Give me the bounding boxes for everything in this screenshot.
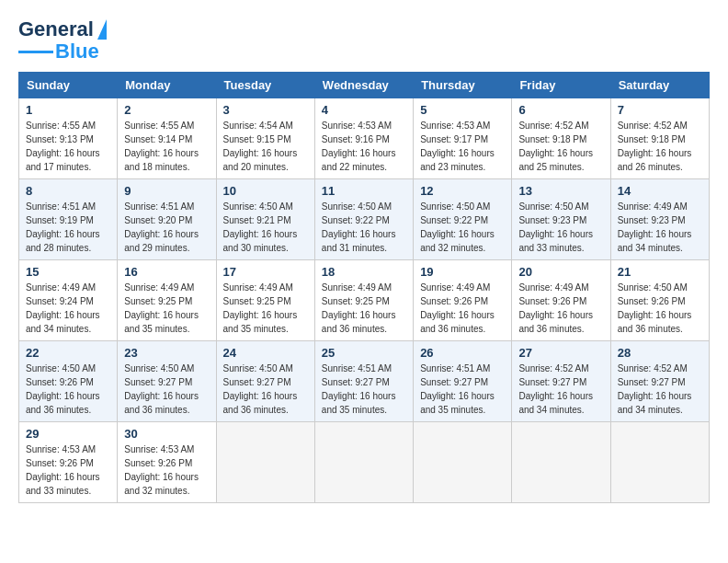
calendar-cell: 6 Sunrise: 4:52 AM Sunset: 9:18 PM Dayli… bbox=[512, 98, 610, 179]
daylight-label: Daylight: 16 hours and 18 minutes. bbox=[124, 148, 199, 172]
calendar-cell: 29 Sunrise: 4:53 AM Sunset: 9:26 PM Dayl… bbox=[19, 422, 118, 503]
calendar-cell: 30 Sunrise: 4:53 AM Sunset: 9:26 PM Dayl… bbox=[118, 422, 216, 503]
calendar-cell: 17 Sunrise: 4:49 AM Sunset: 9:25 PM Dayl… bbox=[216, 260, 314, 341]
day-info: Sunrise: 4:53 AM Sunset: 9:26 PM Dayligh… bbox=[124, 442, 209, 498]
calendar-cell: 4 Sunrise: 4:53 AM Sunset: 9:16 PM Dayli… bbox=[314, 98, 413, 179]
sunset-label: Sunset: 9:24 PM bbox=[26, 296, 94, 306]
day-number: 4 bbox=[322, 103, 406, 117]
sunset-label: Sunset: 9:22 PM bbox=[420, 215, 488, 225]
sunset-label: Sunset: 9:21 PM bbox=[223, 215, 291, 225]
sunset-label: Sunset: 9:14 PM bbox=[124, 134, 192, 144]
sunrise-label: Sunrise: 4:50 AM bbox=[223, 201, 293, 212]
day-info: Sunrise: 4:51 AM Sunset: 9:27 PM Dayligh… bbox=[420, 362, 505, 417]
day-info: Sunrise: 4:51 AM Sunset: 9:20 PM Dayligh… bbox=[124, 200, 209, 255]
sunrise-label: Sunrise: 4:49 AM bbox=[322, 282, 392, 293]
sunrise-label: Sunrise: 4:55 AM bbox=[26, 121, 96, 131]
calendar-cell: 2 Sunrise: 4:55 AM Sunset: 9:14 PM Dayli… bbox=[118, 98, 216, 179]
sunset-label: Sunset: 9:25 PM bbox=[223, 296, 291, 306]
logo-general-text: General bbox=[18, 18, 94, 40]
calendar-cell: 14 Sunrise: 4:49 AM Sunset: 9:23 PM Dayl… bbox=[610, 179, 709, 260]
daylight-label: Daylight: 16 hours and 33 minutes. bbox=[26, 472, 100, 496]
sunset-label: Sunset: 9:25 PM bbox=[322, 296, 390, 306]
day-info: Sunrise: 4:50 AM Sunset: 9:21 PM Dayligh… bbox=[223, 200, 308, 255]
sunset-label: Sunset: 9:27 PM bbox=[124, 377, 192, 387]
day-number: 5 bbox=[420, 103, 505, 117]
day-info: Sunrise: 4:52 AM Sunset: 9:27 PM Dayligh… bbox=[518, 362, 603, 417]
calendar-cell: 16 Sunrise: 4:49 AM Sunset: 9:25 PM Dayl… bbox=[118, 260, 216, 341]
calendar-cell: 15 Sunrise: 4:49 AM Sunset: 9:24 PM Dayl… bbox=[19, 260, 118, 341]
calendar-cell bbox=[512, 422, 610, 503]
daylight-label: Daylight: 16 hours and 28 minutes. bbox=[26, 229, 100, 253]
logo-arrow-icon bbox=[97, 19, 107, 40]
calendar-week-row: 29 Sunrise: 4:53 AM Sunset: 9:26 PM Dayl… bbox=[19, 422, 710, 503]
day-info: Sunrise: 4:51 AM Sunset: 9:19 PM Dayligh… bbox=[26, 200, 110, 255]
calendar-week-row: 1 Sunrise: 4:55 AM Sunset: 9:13 PM Dayli… bbox=[19, 98, 710, 179]
page-header: General Blue bbox=[18, 18, 710, 63]
calendar-cell: 20 Sunrise: 4:49 AM Sunset: 9:26 PM Dayl… bbox=[512, 260, 610, 341]
daylight-label: Daylight: 16 hours and 32 minutes. bbox=[420, 229, 495, 253]
sunrise-label: Sunrise: 4:51 AM bbox=[26, 201, 96, 212]
daylight-label: Daylight: 16 hours and 35 minutes. bbox=[322, 391, 396, 415]
sunset-label: Sunset: 9:27 PM bbox=[322, 377, 390, 387]
day-number: 11 bbox=[322, 184, 406, 198]
sunset-label: Sunset: 9:13 PM bbox=[26, 134, 94, 144]
day-number: 17 bbox=[223, 265, 308, 279]
sunrise-label: Sunrise: 4:50 AM bbox=[618, 282, 688, 293]
calendar-cell: 25 Sunrise: 4:51 AM Sunset: 9:27 PM Dayl… bbox=[314, 341, 413, 422]
day-number: 28 bbox=[618, 346, 702, 360]
day-number: 21 bbox=[618, 265, 702, 279]
day-number: 24 bbox=[223, 346, 308, 360]
day-number: 27 bbox=[518, 346, 603, 360]
calendar-cell: 8 Sunrise: 4:51 AM Sunset: 9:19 PM Dayli… bbox=[19, 179, 118, 260]
day-number: 18 bbox=[322, 265, 406, 279]
daylight-label: Daylight: 16 hours and 20 minutes. bbox=[223, 148, 298, 172]
daylight-label: Daylight: 16 hours and 36 minutes. bbox=[618, 310, 692, 334]
day-info: Sunrise: 4:50 AM Sunset: 9:23 PM Dayligh… bbox=[518, 200, 603, 255]
daylight-label: Daylight: 16 hours and 17 minutes. bbox=[26, 148, 100, 172]
calendar-cell: 5 Sunrise: 4:53 AM Sunset: 9:17 PM Dayli… bbox=[414, 98, 512, 179]
weekday-header-sunday: Sunday bbox=[19, 73, 118, 98]
day-number: 6 bbox=[518, 103, 603, 117]
day-number: 30 bbox=[124, 427, 209, 441]
day-number: 22 bbox=[26, 346, 110, 360]
day-info: Sunrise: 4:50 AM Sunset: 9:26 PM Dayligh… bbox=[618, 281, 702, 336]
calendar-cell: 1 Sunrise: 4:55 AM Sunset: 9:13 PM Dayli… bbox=[19, 98, 118, 179]
day-number: 2 bbox=[124, 103, 209, 117]
calendar-cell: 24 Sunrise: 4:50 AM Sunset: 9:27 PM Dayl… bbox=[216, 341, 314, 422]
sunrise-label: Sunrise: 4:49 AM bbox=[26, 282, 96, 293]
daylight-label: Daylight: 16 hours and 29 minutes. bbox=[124, 229, 199, 253]
sunset-label: Sunset: 9:27 PM bbox=[420, 377, 488, 387]
sunrise-label: Sunrise: 4:50 AM bbox=[518, 201, 588, 212]
weekday-header-monday: Monday bbox=[118, 73, 216, 98]
weekday-header-friday: Friday bbox=[512, 73, 610, 98]
logo-blue-text: Blue bbox=[55, 40, 99, 63]
day-info: Sunrise: 4:52 AM Sunset: 9:18 PM Dayligh… bbox=[518, 119, 603, 174]
daylight-label: Daylight: 16 hours and 32 minutes. bbox=[124, 472, 199, 496]
sunrise-label: Sunrise: 4:52 AM bbox=[618, 363, 688, 373]
day-number: 1 bbox=[26, 103, 110, 117]
logo: General Blue bbox=[18, 18, 107, 63]
day-number: 29 bbox=[26, 427, 110, 441]
calendar-cell: 19 Sunrise: 4:49 AM Sunset: 9:26 PM Dayl… bbox=[414, 260, 512, 341]
day-number: 10 bbox=[223, 184, 308, 198]
calendar-cell: 10 Sunrise: 4:50 AM Sunset: 9:21 PM Dayl… bbox=[216, 179, 314, 260]
day-number: 9 bbox=[124, 184, 209, 198]
daylight-label: Daylight: 16 hours and 33 minutes. bbox=[518, 229, 593, 253]
day-number: 23 bbox=[124, 346, 209, 360]
sunrise-label: Sunrise: 4:53 AM bbox=[124, 444, 194, 454]
daylight-label: Daylight: 16 hours and 34 minutes. bbox=[518, 391, 593, 415]
calendar-cell bbox=[610, 422, 709, 503]
day-info: Sunrise: 4:52 AM Sunset: 9:18 PM Dayligh… bbox=[618, 119, 702, 174]
day-number: 15 bbox=[26, 265, 110, 279]
day-number: 7 bbox=[618, 103, 702, 117]
sunset-label: Sunset: 9:27 PM bbox=[618, 377, 686, 387]
calendar-week-row: 8 Sunrise: 4:51 AM Sunset: 9:19 PM Dayli… bbox=[19, 179, 710, 260]
sunset-label: Sunset: 9:25 PM bbox=[124, 296, 192, 306]
daylight-label: Daylight: 16 hours and 35 minutes. bbox=[124, 310, 199, 334]
sunrise-label: Sunrise: 4:50 AM bbox=[420, 201, 490, 212]
daylight-label: Daylight: 16 hours and 36 minutes. bbox=[124, 391, 199, 415]
day-info: Sunrise: 4:49 AM Sunset: 9:24 PM Dayligh… bbox=[26, 281, 110, 336]
sunrise-label: Sunrise: 4:50 AM bbox=[322, 201, 392, 212]
day-info: Sunrise: 4:49 AM Sunset: 9:25 PM Dayligh… bbox=[124, 281, 209, 336]
day-number: 25 bbox=[322, 346, 406, 360]
